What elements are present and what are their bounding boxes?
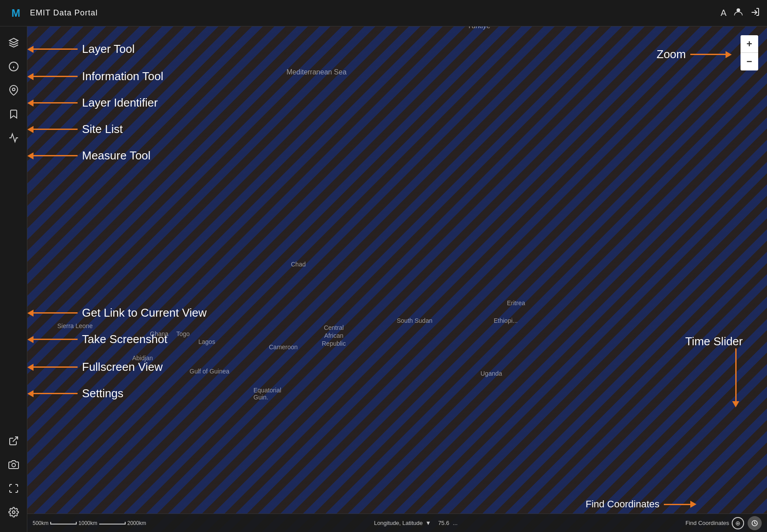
sidebar-item-fullscreen[interactable] [3,477,25,499]
header-font-icon[interactable]: A [721,8,726,18]
svg-point-8 [12,463,15,467]
sidebar-item-layer-tool[interactable] [3,32,25,54]
svg-line-7 [13,437,18,442]
zoom-in-button[interactable]: + [741,35,758,53]
sidebar-item-information-tool[interactable] [3,55,25,78]
sidebar-top-group [3,32,25,430]
sidebar-item-site-list[interactable] [3,103,25,125]
time-slider-button[interactable] [748,516,762,530]
find-coords-icon: ⊕ [732,517,744,529]
zoom-out-button[interactable]: − [741,53,758,70]
header-icons: A [721,7,760,19]
sidebar [0,26,27,532]
scale-label-500: 500km [33,520,48,526]
coords-dropdown-arrow[interactable]: ▼ [425,520,431,526]
sidebar-bottom-group [3,430,25,523]
header: M EMIT Data Portal A [0,0,767,26]
scale-segment [50,522,77,525]
coords-label: Longitude, Latitude [374,520,423,526]
find-coords-button[interactable]: Find Coordinates ⊕ [685,517,744,529]
coords-value: 75.6 [438,520,449,526]
scale-label-1000: 1000km [78,520,97,526]
svg-point-0 [737,8,740,12]
scale-bar: 500km 1000km 2000km [33,520,146,526]
svg-marker-2 [9,38,18,43]
sidebar-item-settings[interactable] [3,501,25,523]
sidebar-item-get-link[interactable] [3,430,25,452]
sidebar-item-screenshot[interactable] [3,454,25,476]
app-title: EMIT Data Portal [30,8,721,18]
svg-point-9 [12,511,15,514]
map-background [0,0,767,532]
sidebar-item-layer-identifier[interactable] [3,79,25,101]
app-logo: M [7,4,25,22]
map-overlay [0,0,767,532]
coords-separator: ... [453,520,458,526]
scale-segment-2 [99,522,126,525]
find-coords-label: Find Coordinates [685,520,729,526]
svg-point-6 [12,88,15,91]
scale-label-2000: 2000km [127,520,146,526]
coords-display: Longitude, Latitude ▼ [374,520,431,526]
sidebar-item-measure-tool[interactable] [3,127,25,149]
bottom-bar: 500km 1000km 2000km Longitude, Latitude … [27,514,767,532]
header-user-icon[interactable] [733,7,743,19]
header-logout-icon[interactable] [750,7,760,19]
zoom-controls: + − [741,35,758,70]
